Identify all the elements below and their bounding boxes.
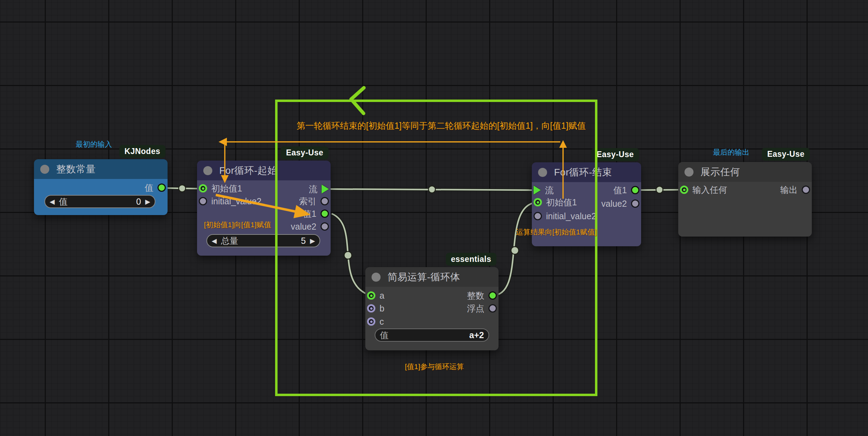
final-output-label: 最后的输出	[713, 147, 749, 157]
widget-label: 总量	[221, 235, 238, 247]
slot-label: value2	[601, 199, 627, 209]
output-port[interactable]	[631, 186, 639, 194]
slot-label: initial_value2	[211, 196, 262, 206]
loop-note-top: 第一轮循环结束的[初始值1]等同于第二轮循环起始的[初始值1]，向[值1]赋值	[297, 120, 586, 131]
node-titlebar[interactable]: 展示任何	[678, 162, 812, 182]
slot-label: 值1	[613, 185, 627, 196]
input-slot-initial-value1: 初始值1	[199, 183, 242, 194]
slot-label: 输入任何	[692, 184, 727, 196]
input-port[interactable]	[199, 197, 207, 205]
collapse-dot[interactable]	[40, 165, 49, 174]
input-port[interactable]	[199, 184, 207, 193]
link-loopend-to-show	[635, 190, 684, 190]
node-show-any[interactable]: Easy-Use 展示任何 输入任何 输出	[678, 162, 812, 237]
input-slot-any: 输入任何	[680, 185, 727, 195]
node-title: For循环-起始	[219, 164, 277, 177]
assign-note-start: [初始值1]向[值1]赋值	[204, 220, 271, 230]
increment-arrow-icon[interactable]: ▶	[145, 198, 150, 206]
node-badge: KJNodes	[119, 145, 165, 158]
decrement-arrow-icon[interactable]: ◀	[212, 237, 217, 245]
collapse-dot[interactable]	[203, 166, 212, 175]
output-slot-value2: value2	[601, 198, 639, 209]
node-graph-canvas[interactable]: KJNodes 整数常量 值 ◀ 值 0 ▶ Easy-Use For循环-起始…	[0, 0, 868, 436]
output-slot-value: 值	[145, 182, 166, 193]
link-midpoint-dot	[179, 185, 186, 192]
link-midpoint-dot	[656, 186, 663, 193]
loop-body-note: [值1]参与循环运算	[405, 362, 464, 371]
output-port[interactable]	[158, 183, 166, 192]
input-slot-initial-value2: initial_value2	[199, 196, 262, 206]
assign-note-end: 运算结果向[初始值1赋值]	[516, 227, 597, 237]
widget-value: 0	[136, 197, 141, 207]
initial-input-label: 最初的输入	[76, 139, 112, 149]
node-title: 整数常量	[56, 163, 96, 176]
collapse-dot[interactable]	[684, 168, 693, 177]
loop-region-rectangle	[275, 100, 597, 396]
node-titlebar[interactable]: 整数常量	[34, 159, 168, 179]
node-title: 展示任何	[700, 165, 740, 179]
widget-label: 值	[59, 196, 68, 207]
decrement-arrow-icon[interactable]: ◀	[50, 198, 55, 206]
input-port[interactable]	[680, 186, 688, 194]
arrowhead-left-icon	[219, 138, 227, 146]
value-number-widget[interactable]: ◀ 值 0 ▶	[44, 195, 155, 208]
slot-label: 值	[145, 182, 153, 194]
slot-label: 输出	[780, 184, 798, 196]
output-port[interactable]	[631, 199, 639, 208]
node-badge: Easy-Use	[591, 148, 639, 161]
node-badge: Easy-Use	[762, 148, 810, 161]
node-integer-constant[interactable]: KJNodes 整数常量 值 ◀ 值 0 ▶	[34, 159, 168, 215]
output-slot-value1: 值1	[613, 185, 639, 195]
slot-label: 初始值1	[211, 183, 242, 194]
output-port[interactable]	[802, 186, 810, 194]
output-slot-output: 输出	[780, 185, 810, 195]
